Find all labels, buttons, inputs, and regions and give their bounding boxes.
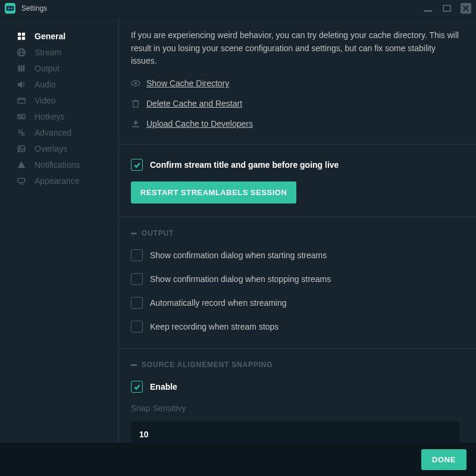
upload-cache-link[interactable]: Upload Cache to Developers [146, 119, 253, 129]
confirm-start-label: Show confirmation dialog when starting s… [150, 250, 327, 260]
svg-point-2 [11, 8, 12, 10]
auto-record-checkbox[interactable] [131, 297, 143, 309]
output-header-label: Output [142, 229, 174, 237]
sidebar-item-audio[interactable]: Audio [0, 76, 118, 92]
snapping-section: Source Alignement Snapping Enable Snap S… [119, 349, 476, 443]
collapse-icon [131, 233, 137, 234]
sidebar-item-label: Stream [35, 48, 61, 57]
svg-rect-12 [23, 65, 25, 71]
display-icon [17, 177, 26, 185]
video-icon [17, 96, 26, 105]
svg-rect-4 [22, 32, 25, 35]
globe-icon [17, 48, 26, 57]
show-cache-link[interactable]: Show Cache Directory [146, 79, 229, 88]
footer: Done [0, 443, 476, 476]
svg-point-26 [20, 147, 21, 148]
done-button[interactable]: Done [421, 449, 466, 470]
window-maximize-button[interactable] [441, 3, 452, 14]
snap-sensitivity-input[interactable] [131, 421, 459, 443]
sidebar-item-general[interactable]: General [0, 28, 118, 44]
confirm-stop-row: Show confirmation dialog when stopping s… [131, 273, 459, 285]
cache-section: If you are experiencing weird behavior, … [119, 17, 476, 145]
confirm-stop-checkbox[interactable] [131, 273, 143, 285]
sidebar-item-label: General [35, 32, 65, 41]
svg-rect-34 [132, 126, 139, 127]
svg-rect-6 [22, 36, 25, 39]
sidebar-item-label: Output [35, 64, 60, 73]
auto-record-row: Automatically record when streaming [131, 297, 459, 309]
delete-cache-link[interactable]: Delete Cache and Restart [146, 99, 242, 108]
restart-streamlabels-button[interactable]: Restart Streamlabels Session [131, 181, 296, 203]
svg-point-1 [8, 8, 10, 10]
eye-icon [131, 79, 140, 88]
snapping-enable-label: Enable [150, 382, 177, 392]
window-close-button[interactable] [461, 3, 471, 14]
keep-recording-label: Keep recording when stream stops [150, 322, 278, 331]
confirm-section: Confirm stream title and game before goi… [119, 145, 476, 217]
keep-recording-checkbox[interactable] [131, 321, 143, 333]
sidebar: General Stream Output Audio Video Hotkey… [0, 17, 119, 443]
svg-marker-27 [18, 161, 25, 167]
svg-rect-3 [18, 32, 21, 35]
confirm-start-row: Show confirmation dialog when starting s… [131, 249, 459, 261]
warning-icon [17, 161, 26, 169]
upload-cache-link-row: Upload Cache to Developers [131, 119, 459, 129]
svg-point-31 [134, 82, 137, 84]
svg-marker-35 [133, 120, 138, 125]
sidebar-item-label: Notifications [35, 160, 80, 170]
confirm-stop-label: Show confirmation dialog when stopping s… [150, 274, 331, 284]
snap-sensitivity-label: Snap Sensitivy [131, 403, 459, 413]
gears-icon [17, 129, 26, 137]
window-title: Settings [21, 4, 47, 12]
snapping-header-label: Source Alignement Snapping [142, 361, 273, 369]
sidebar-item-video[interactable]: Video [0, 92, 118, 108]
sidebar-item-label: Overlays [35, 144, 67, 154]
svg-point-23 [19, 130, 22, 133]
sidebar-item-stream[interactable]: Stream [0, 44, 118, 60]
snapping-enable-checkbox[interactable] [131, 381, 143, 393]
sidebar-item-label: Advanced [35, 128, 71, 137]
show-cache-link-row: Show Cache Directory [131, 79, 459, 88]
sidebar-item-label: Hotkeys [35, 112, 65, 121]
svg-rect-10 [18, 65, 20, 71]
delete-cache-link-row: Delete Cache and Restart [131, 99, 459, 108]
upload-icon [131, 119, 140, 129]
svg-point-19 [19, 115, 20, 116]
snapping-enable-row: Enable [131, 381, 459, 393]
sidebar-item-label: Appearance [35, 176, 80, 186]
confirm-start-checkbox[interactable] [131, 249, 143, 261]
image-icon [17, 145, 26, 153]
cache-intro-text: If you are experiencing weird behavior, … [131, 29, 459, 68]
confirm-stream-title-row: Confirm stream title and game before goi… [131, 159, 459, 171]
confirm-stream-title-checkbox[interactable] [131, 159, 143, 171]
sidebar-item-output[interactable]: Output [0, 60, 118, 76]
sidebar-item-appearance[interactable]: Appearance [0, 173, 118, 189]
collapse-icon [131, 364, 137, 366]
svg-rect-11 [21, 65, 23, 71]
app-logo [5, 3, 15, 14]
sidebar-item-hotkeys[interactable]: Hotkeys [0, 108, 118, 124]
sidebar-item-advanced[interactable]: Advanced [0, 124, 118, 140]
svg-point-21 [22, 115, 23, 116]
svg-rect-32 [133, 101, 138, 107]
svg-rect-5 [18, 36, 21, 39]
audio-icon [17, 80, 26, 89]
svg-marker-13 [18, 80, 22, 87]
keep-recording-row: Keep recording when stream stops [131, 321, 459, 333]
auto-record-label: Automatically record when streaming [150, 298, 287, 308]
snapping-section-header[interactable]: Source Alignement Snapping [131, 361, 459, 369]
confirm-stream-title-label: Confirm stream title and game before goi… [150, 160, 339, 170]
svg-point-24 [22, 133, 24, 135]
sidebar-item-overlays[interactable]: Overlays [0, 140, 118, 156]
sidebar-item-notifications[interactable]: Notifications [0, 156, 118, 173]
output-icon [17, 64, 26, 73]
svg-rect-0 [7, 6, 14, 11]
keyboard-icon [17, 112, 26, 121]
window-minimize-button[interactable] [422, 3, 433, 14]
titlebar: Settings [0, 0, 476, 17]
sidebar-item-label: Video [35, 96, 56, 105]
output-section: Output Show confirmation dialog when sta… [119, 217, 476, 349]
svg-point-20 [21, 115, 21, 116]
output-section-header[interactable]: Output [131, 229, 459, 237]
sidebar-item-label: Audio [35, 80, 56, 89]
